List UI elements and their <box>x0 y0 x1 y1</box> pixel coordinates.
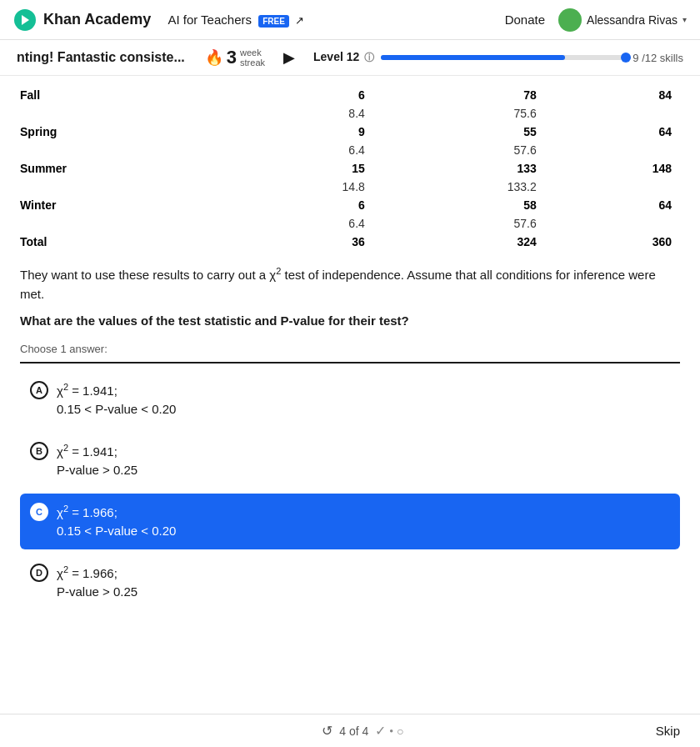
question-bold: What are the values of the test statisti… <box>20 312 680 331</box>
table-row: Total 36 324 360 <box>20 233 680 251</box>
answer-option-a[interactable]: A χ2 = 1.941;0.15 < P-value < 0.20 <box>20 372 680 428</box>
check-icon-1: ✓ <box>375 723 386 739</box>
table-row: Fall 6 78 84 <box>20 86 680 104</box>
answer-circle-a: A <box>30 381 48 399</box>
answer-circle-c: C <box>30 503 48 521</box>
option-text-d: χ2 = 1.966;P-value > 0.25 <box>57 563 138 602</box>
table-row: Summer 15 133 148 <box>20 159 680 178</box>
answer-option-b[interactable]: B χ2 = 1.941;P-value > 0.25 <box>20 433 680 489</box>
answer-option-d[interactable]: D χ2 = 1.966;P-value > 0.25 <box>20 554 680 610</box>
table-row: Spring 9 55 64 <box>20 123 680 141</box>
progress-text: 4 of 4 <box>339 724 368 738</box>
question-body: They want to use these results to carry … <box>20 264 680 331</box>
user-menu[interactable]: Alessandra Rivas ▾ <box>558 8 687 32</box>
data-table: Fall 6 78 84 8.4 75.6 Spring 9 55 64 6.4… <box>20 86 680 251</box>
skip-button[interactable]: Skip <box>656 724 680 738</box>
logo[interactable]: Khan Academy <box>13 8 151 32</box>
table-row: Winter 6 58 64 <box>20 196 680 214</box>
option-text-b: χ2 = 1.941;P-value > 0.25 <box>57 441 138 480</box>
footer-progress-icons: ✓ ● ○ <box>375 723 403 739</box>
skills-label: 9 /12 skills <box>632 52 683 64</box>
answer-option-c[interactable]: C χ2 = 1.966;0.15 < P-value < 0.20 <box>20 494 680 549</box>
play-button[interactable]: ▶ <box>283 48 295 67</box>
app-header: Khan Academy AI for Teachers FREE ↗ Dona… <box>0 0 700 40</box>
flame-icon: 🔥 <box>205 48 223 67</box>
level-info: Level 12 ⓘ 9 /12 skills <box>313 50 683 65</box>
chevron-down-icon: ▾ <box>682 15 687 24</box>
option-text-c: χ2 = 1.966;0.15 < P-value < 0.20 <box>57 502 176 541</box>
answer-circle-d: D <box>30 564 48 582</box>
user-name: Alessandra Rivas <box>587 13 678 27</box>
main-nav: AI for Teachers FREE ↗ <box>168 13 488 27</box>
dot-icon: ● <box>389 727 393 734</box>
footer-center: ↺ 4 of 4 ✓ ● ○ <box>322 723 403 739</box>
logo-text: Khan Academy <box>43 11 151 28</box>
header-right: Donate Alessandra Rivas ▾ <box>505 8 687 32</box>
refresh-icon[interactable]: ↺ <box>322 723 332 739</box>
page-title: nting! Fantastic consiste... <box>17 50 185 65</box>
donate-link[interactable]: Donate <box>505 13 545 27</box>
answer-divider <box>20 362 680 363</box>
streak-label: streak <box>240 58 265 68</box>
progress-bar <box>381 55 626 60</box>
streak-number: 3 <box>227 47 237 68</box>
progress-dot <box>621 53 631 63</box>
info-icon: ⓘ <box>364 52 374 63</box>
option-text-a: χ2 = 1.941;0.15 < P-value < 0.20 <box>57 380 176 419</box>
choose-label: Choose 1 answer: <box>20 343 680 355</box>
streak-badge: 🔥 3 week streak <box>205 47 265 68</box>
answer-circle-b: B <box>30 442 48 460</box>
week-label: week <box>240 48 265 58</box>
level-label: Level 12 ⓘ <box>313 50 374 65</box>
table-row: 8.4 75.6 <box>20 104 680 123</box>
table-row: 6.4 57.6 <box>20 141 680 159</box>
table-row: 14.8 133.2 <box>20 178 680 196</box>
streak-level-bar: nting! Fantastic consiste... 🔥 3 week st… <box>0 40 700 76</box>
table-row: 6.4 57.6 <box>20 214 680 233</box>
external-link-icon: ↗ <box>295 14 304 27</box>
user-avatar <box>558 8 582 32</box>
free-badge: FREE <box>258 15 289 28</box>
progress-bar-fill <box>381 55 565 60</box>
main-content: Fall 6 78 84 8.4 75.6 Spring 9 55 64 6.4… <box>0 76 700 632</box>
circle-icon: ○ <box>397 724 403 738</box>
khan-academy-logo-icon <box>13 8 37 32</box>
footer-nav: ↺ 4 of 4 ✓ ● ○ Skip <box>0 714 700 747</box>
ai-for-teachers-link[interactable]: AI for Teachers FREE ↗ <box>168 13 304 27</box>
